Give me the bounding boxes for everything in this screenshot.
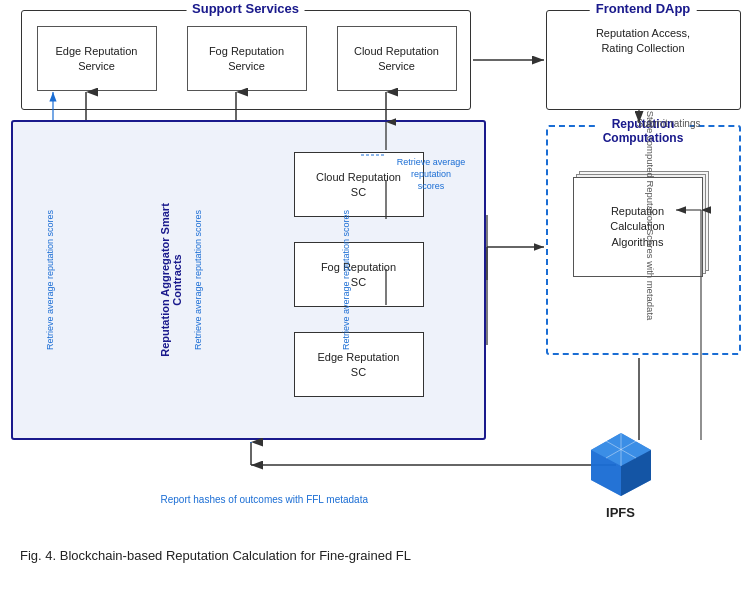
frontend-content: Reputation Access,Rating Collection bbox=[557, 26, 730, 57]
support-services-box: Support Services Edge ReputationService … bbox=[21, 10, 471, 110]
frontend-title: Frontend DApp bbox=[590, 1, 697, 16]
fog-service-label: Fog ReputationService bbox=[209, 44, 284, 73]
calc-label: ReputationCalculationAlgorithms bbox=[610, 204, 664, 250]
edge-service-label: Edge ReputationService bbox=[56, 44, 138, 73]
edge-service-box: Edge ReputationService bbox=[37, 26, 157, 91]
cloud-sc-box: Cloud ReputationSC bbox=[294, 152, 424, 217]
computations-box: ReputationComputations ReputationCalcula… bbox=[546, 125, 741, 355]
fog-sc-box: Fog ReputationSC bbox=[294, 242, 424, 307]
cloud-service-label: Cloud ReputationService bbox=[354, 44, 439, 73]
report-hashes-label: Report hashes of outcomes with FFL metad… bbox=[161, 494, 369, 505]
fog-service-box: Fog ReputationService bbox=[187, 26, 307, 91]
support-services-title: Support Services bbox=[186, 1, 305, 16]
cloud-service-box: Cloud ReputationService bbox=[337, 26, 457, 91]
edge-sc-box: Edge ReputationSC bbox=[294, 332, 424, 397]
ipfs-icon bbox=[586, 428, 656, 498]
cloud-sc-label: Cloud ReputationSC bbox=[316, 170, 401, 199]
calc-box: ReputationCalculationAlgorithms bbox=[573, 177, 703, 277]
store-computed-label: Store computed Reputation Scores with me… bbox=[645, 111, 656, 321]
ipfs-area: IPFS bbox=[586, 428, 656, 520]
fog-sc-label: Fog ReputationSC bbox=[321, 260, 396, 289]
edge-sc-label: Edge ReputationSC bbox=[318, 350, 400, 379]
diagram: Support Services Edge ReputationService … bbox=[11, 10, 741, 540]
frontend-box: Frontend DApp Reputation Access,Rating C… bbox=[546, 10, 741, 110]
figure-caption: Fig. 4. Blockchain-based Reputation Calc… bbox=[10, 548, 741, 563]
aggregator-title: Reputation Aggregator SmartContracts bbox=[159, 130, 183, 430]
aggregator-box: Reputation Aggregator SmartContracts Clo… bbox=[11, 120, 486, 440]
ipfs-label: IPFS bbox=[586, 505, 656, 520]
